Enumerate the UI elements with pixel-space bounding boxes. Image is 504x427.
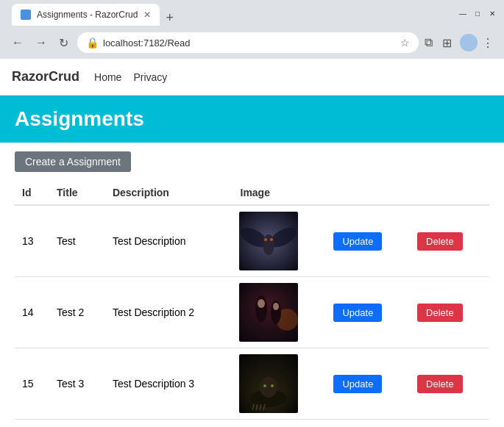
col-description: Description [105,181,233,205]
navbar: RazorCrud Home Privacy [0,59,504,96]
update-button[interactable]: Update [333,375,382,393]
nav-home[interactable]: Home [94,71,121,83]
navbar-brand[interactable]: RazorCrud [12,69,79,85]
back-button[interactable]: ← [9,35,26,51]
table-row: 14 Test 2 Test Description 2 Update Dele… [15,277,489,348]
lock-icon: 🔒 [86,37,99,49]
delete-button[interactable]: Delete [417,304,463,322]
close-button[interactable]: ✕ [486,7,498,19]
cell-update: Update [326,205,410,277]
cell-update: Update [326,348,410,420]
new-tab-button[interactable]: + [166,10,174,26]
hero-banner: Assignments [0,96,504,143]
cell-delete: Delete [410,277,489,348]
col-title: Title [49,181,105,205]
cell-image [233,348,327,420]
refresh-button[interactable]: ↻ [56,35,71,51]
table-body: 13 Test Test Description Update Delete 1… [15,205,489,420]
nav-links: Home Privacy [94,71,167,83]
table-row: 15 Test 3 Test Description 3 Update Dele… [15,348,489,420]
col-image: Image [233,181,327,205]
col-actions2 [410,181,489,205]
star-icon[interactable]: ☆ [400,37,410,49]
cell-title: Test [49,205,105,277]
tab-favicon [21,10,31,20]
user-avatar[interactable] [460,34,478,51]
col-actions1 [326,181,410,205]
pagination: 1 [0,420,504,427]
browser-titlebar: Assignments - RazorCrud ✕ + — □ ✕ [0,0,504,26]
col-id: Id [15,181,49,205]
cell-id: 14 [15,277,49,348]
vampire-image [239,283,298,342]
assignments-table-container: Id Title Description Image 13 Test Test … [0,181,504,420]
forward-button[interactable]: → [32,35,50,51]
url-text: localhost:7182/Read [103,37,396,49]
cell-title: Test 3 [49,348,105,420]
tab-close-icon[interactable]: ✕ [143,10,151,20]
update-button[interactable]: Update [333,232,382,251]
address-box[interactable]: 🔒 localhost:7182/Read ☆ [77,32,419,53]
cell-description: Test Description 3 [105,348,233,420]
browser-chrome: Assignments - RazorCrud ✕ + — □ ✕ ← → ↻ … [0,0,504,59]
action-area: Create a Assignment [0,143,504,181]
cell-title: Test 2 [49,277,105,348]
cell-description: Test Description [105,205,233,277]
cell-delete: Delete [410,348,489,420]
creature-image [239,354,298,413]
delete-button[interactable]: Delete [417,232,463,251]
cell-id: 15 [15,348,49,420]
assignments-table: Id Title Description Image 13 Test Test … [15,181,489,420]
tab-title: Assignments - RazorCrud [37,10,138,20]
minimize-button[interactable]: — [457,7,469,19]
maximize-button[interactable]: □ [472,7,483,19]
delete-button[interactable]: Delete [417,375,463,393]
menu-icon[interactable]: ⋮ [482,36,495,49]
cell-description: Test Description 2 [105,277,233,348]
update-button[interactable]: Update [333,304,382,322]
cell-id: 13 [15,205,49,277]
browser-address-bar: ← → ↻ 🔒 localhost:7182/Read ☆ ⧉ ⊞ ⋮ [0,26,504,59]
cell-update: Update [326,277,410,348]
profile-icon[interactable]: ⊞ [442,36,455,49]
table-header: Id Title Description Image [15,181,489,205]
cell-image [233,277,327,348]
page-title: Assignments [15,107,489,131]
browser-tab[interactable]: Assignments - RazorCrud ✕ [12,4,160,26]
extensions-icon[interactable]: ⧉ [425,36,438,49]
dark-creature-image [239,212,298,270]
page-content: RazorCrud Home Privacy Assignments Creat… [0,59,504,427]
create-assignment-button[interactable]: Create a Assignment [15,151,131,172]
cell-image [233,205,327,277]
tab-bar: Assignments - RazorCrud ✕ + [6,1,180,26]
nav-privacy[interactable]: Privacy [133,71,167,83]
table-row: 13 Test Test Description Update Delete [15,205,489,277]
cell-delete: Delete [410,205,489,277]
browser-right-icons: ⧉ ⊞ ⋮ [425,34,495,51]
